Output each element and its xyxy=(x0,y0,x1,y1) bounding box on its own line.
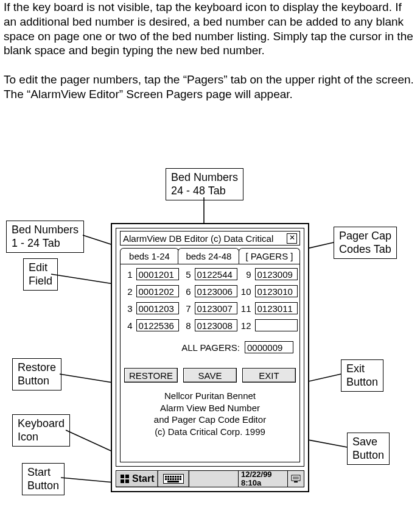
taskbar-time: 8:10a xyxy=(241,479,285,487)
pager-number-label: 6 xyxy=(181,286,192,297)
pager-field-5[interactable]: 0122544 xyxy=(195,268,237,280)
tray-desktop-button[interactable] xyxy=(287,471,304,487)
intro-text: If the key board is not visible, tap the… xyxy=(4,0,418,116)
page: If the key board is not visible, tap the… xyxy=(0,0,420,516)
tab-bar: beds 1-24 beds 24-48 [ PAGERS ] xyxy=(120,248,300,264)
intro-paragraph-2: To edit the pager numbers, tap the “Page… xyxy=(4,72,418,102)
svg-rect-32 xyxy=(294,481,298,482)
pager-number-label: 12 xyxy=(240,320,253,331)
intro-paragraph-1: If the key board is not visible, tap the… xyxy=(4,0,418,58)
window-title: AlarmView DB Editor (c) Data Critical xyxy=(123,233,273,244)
svg-rect-21 xyxy=(180,476,181,478)
start-button[interactable]: Start xyxy=(116,471,158,487)
svg-rect-19 xyxy=(175,476,177,478)
pager-field-9[interactable]: 0123009 xyxy=(255,268,298,280)
all-pagers-row: ALL PAGERS: 0000009 xyxy=(123,341,297,353)
svg-rect-31 xyxy=(293,476,299,479)
callout-start-button: Start Button xyxy=(22,463,65,495)
callout-restore-button: Restore Button xyxy=(12,358,61,391)
close-icon[interactable]: ✕ xyxy=(287,233,297,244)
pager-number-label: 4 xyxy=(123,320,134,331)
svg-rect-25 xyxy=(172,478,174,480)
svg-rect-20 xyxy=(177,476,179,478)
svg-rect-13 xyxy=(125,479,129,483)
window-titlebar: AlarmView DB Editor (c) Data Critical ✕ xyxy=(120,231,300,246)
pager-field-7[interactable]: 0123007 xyxy=(195,302,237,314)
svg-rect-28 xyxy=(180,478,181,480)
all-pagers-label: ALL PAGERS: xyxy=(181,342,240,353)
svg-rect-15 xyxy=(165,476,167,478)
callout-pager-cap-codes-tab: Pager Cap Codes Tab xyxy=(334,227,397,259)
pager-number-label: 7 xyxy=(181,303,192,314)
pager-field-2[interactable]: 0001202 xyxy=(136,285,179,297)
footer-text: Nellcor Puritan Bennet Alarm View Bed Nu… xyxy=(123,390,297,437)
svg-rect-27 xyxy=(177,478,179,480)
pager-field-8[interactable]: 0123008 xyxy=(195,319,237,331)
svg-rect-16 xyxy=(167,476,169,478)
pager-field-12[interactable] xyxy=(255,319,298,331)
footer-line-2: Alarm View Bed Number xyxy=(123,402,297,414)
svg-rect-10 xyxy=(121,475,124,478)
svg-rect-23 xyxy=(167,478,169,480)
keyboard-button[interactable] xyxy=(158,471,189,487)
footer-line-4: (c) Data Critical Corp. 1999 xyxy=(123,426,297,438)
svg-rect-18 xyxy=(172,476,174,478)
start-button-label: Start xyxy=(132,473,154,484)
callout-keyboard-icon: Keyboard Icon xyxy=(12,414,70,447)
footer-line-3: and Pager Cap Code Editor xyxy=(123,414,297,426)
pager-field-1[interactable]: 0001201 xyxy=(136,268,179,280)
pager-field-11[interactable]: 0123011 xyxy=(255,302,298,314)
callout-beds-24-48-tab: Bed Numbers 24 - 48 Tab xyxy=(166,168,243,200)
pager-field-4[interactable]: 0122536 xyxy=(136,319,179,331)
taskbar: Start 12/22/99 8:10a xyxy=(116,470,304,487)
pager-number-label: 2 xyxy=(123,286,134,297)
restore-button[interactable]: RESTORE xyxy=(124,368,178,383)
tab-beds-24-48[interactable]: beds 24-48 xyxy=(178,248,239,264)
windows-icon xyxy=(120,474,130,484)
pager-field-6[interactable]: 0123006 xyxy=(195,285,237,297)
pda-screen: AlarmView DB Editor (c) Data Critical ✕ … xyxy=(116,228,304,467)
pager-field-10[interactable]: 0123010 xyxy=(255,285,298,297)
callout-exit-button: Exit Button xyxy=(341,359,383,392)
button-row: RESTORE SAVE EXIT xyxy=(123,368,297,383)
svg-rect-17 xyxy=(170,476,172,478)
pager-number-label: 9 xyxy=(240,269,253,280)
footer-line-1: Nellcor Puritan Bennet xyxy=(123,390,297,402)
pda-device: AlarmView DB Editor (c) Data Critical ✕ … xyxy=(111,223,309,492)
callout-beds-1-24-tab: Bed Numbers 1 - 24 Tab xyxy=(6,221,84,253)
callout-edit-field: Edit Field xyxy=(23,258,58,291)
taskbar-date: 12/22/99 xyxy=(241,470,285,479)
svg-rect-22 xyxy=(165,478,167,480)
pager-number-label: 11 xyxy=(240,303,253,314)
svg-rect-12 xyxy=(121,479,124,483)
callout-save-button: Save Button xyxy=(347,433,390,465)
pager-grid: 1 0001201 5 0122544 9 0123009 2 0001202 … xyxy=(123,268,297,331)
pager-number-label: 1 xyxy=(123,269,134,280)
pager-number-label: 5 xyxy=(181,269,192,280)
svg-rect-24 xyxy=(170,478,172,480)
pager-number-label: 3 xyxy=(123,303,134,314)
exit-button[interactable]: EXIT xyxy=(242,368,296,383)
tab-beds-1-24[interactable]: beds 1-24 xyxy=(120,248,179,264)
desktop-icon xyxy=(291,475,301,483)
svg-rect-29 xyxy=(167,481,179,482)
taskbar-clock: 12/22/99 8:10a xyxy=(238,471,287,487)
pager-number-label: 10 xyxy=(240,286,253,297)
svg-rect-26 xyxy=(175,478,177,480)
tab-content-pagers: 1 0001201 5 0122544 9 0123009 2 0001202 … xyxy=(120,264,300,462)
keyboard-icon xyxy=(163,474,184,484)
all-pagers-field[interactable]: 0000009 xyxy=(245,341,293,353)
pager-number-label: 8 xyxy=(181,320,192,331)
svg-rect-11 xyxy=(125,475,129,478)
pager-field-3[interactable]: 0001203 xyxy=(136,302,179,314)
tab-pagers[interactable]: [ PAGERS ] xyxy=(239,248,300,264)
save-button[interactable]: SAVE xyxy=(183,368,237,383)
